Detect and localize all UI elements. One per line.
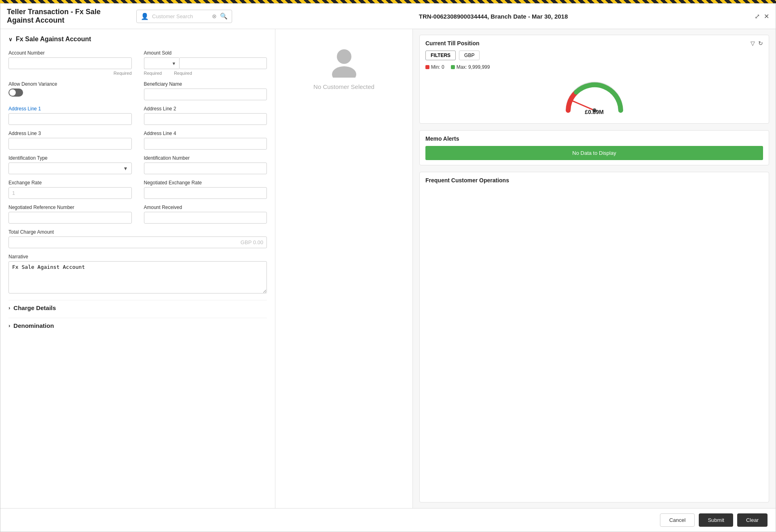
charge-details-section: › Charge Details [8,300,267,311]
till-range: Min: 0 Max: 9,999,999 [425,64,763,70]
body: ∨ Fx Sale Against Account Account Number… [0,29,776,508]
identification-number-input[interactable] [144,163,267,174]
total-charge-amount-field: Total Charge Amount [8,229,267,248]
exchange-rate-input[interactable] [8,187,132,199]
negotiated-reference-number-input[interactable] [8,212,132,224]
account-number-input[interactable] [8,57,132,69]
svg-point-0 [337,49,351,64]
negotiated-reference-number-label: Negotiated Reference Number [8,205,132,210]
memo-no-data-label: No Data to Display [425,146,763,160]
left-panel: ∨ Fx Sale Against Account Account Number… [0,29,275,508]
address-line2-field: Address Line 2 [144,106,267,125]
charge-details-toggle[interactable]: › Charge Details [8,304,267,311]
amount-received-field: Amount Received [144,205,267,224]
beneficiary-name-field: Beneficiary Name [144,81,267,100]
clear-search-icon[interactable]: ⊗ [212,13,217,19]
clear-button[interactable]: Clear [737,513,768,527]
amount-received-label: Amount Received [144,205,267,210]
beneficiary-name-input[interactable] [144,89,267,100]
address-line1-input[interactable] [8,113,132,125]
account-number-field: Account Number Required [8,50,132,76]
frequent-customer-section: Frequent Customer Operations [419,172,769,502]
negotiated-exchange-rate-input[interactable] [144,187,267,199]
denomination-section: › Denomination [8,318,267,329]
submit-button[interactable]: Submit [699,513,733,527]
denomination-toggle[interactable]: › Denomination [8,322,267,329]
footer: Cancel Submit Clear [0,508,776,532]
expand-icon[interactable]: ⤢ [755,13,760,20]
filters-button[interactable]: FILTERS [425,51,456,60]
total-charge-amount-label: Total Charge Amount [8,229,267,235]
no-customer-label: No Customer Selected [313,83,374,90]
search-icon[interactable]: 🔍 [220,13,228,20]
section-title: ∨ Fx Sale Against Account [8,36,267,43]
trn-info: TRN-0062308900034444, Branch Date - Mar … [240,13,746,20]
till-filters: FILTERS GBP [425,51,763,60]
allow-denom-variance-label: Allow Denom Variance [8,81,132,87]
identification-type-select[interactable] [9,163,120,174]
page-title: Teller Transaction - Fx Sale Against Acc… [7,8,128,25]
section-collapse-chevron[interactable]: ∨ [8,36,13,42]
identification-number-field: Identification Number [144,155,267,174]
cancel-button[interactable]: Cancel [660,513,695,527]
right-panel: Current Till Position ▽ ↻ FILTERS GBP Mi… [413,29,776,508]
svg-point-1 [332,66,356,78]
amount-sold-group: ▼ [144,57,267,69]
identification-type-field: Identification Type ▼ [8,155,132,174]
account-number-required: Required [8,71,132,76]
gauge-container: £0.89M [425,74,763,118]
amount-received-input[interactable] [144,212,267,224]
charge-details-label: Charge Details [13,304,56,311]
close-icon[interactable]: ✕ [764,13,769,20]
value-required-note: Required [174,71,192,76]
address-line4-label: Address Line 4 [144,131,267,136]
till-title: Current Till Position [425,40,747,46]
address-line2-input[interactable] [144,113,267,125]
header-actions: ⤢ ✕ [755,13,769,20]
negotiated-exchange-rate-field: Negotiated Exchange Rate [144,180,267,199]
customer-search-input[interactable] [152,13,209,19]
header: Teller Transaction - Fx Sale Against Acc… [0,4,776,29]
exchange-rate-label: Exchange Rate [8,180,132,186]
allow-denom-variance-field: Allow Denom Variance [8,81,132,100]
address-line3-label: Address Line 3 [8,131,132,136]
allow-denom-variance-toggle[interactable] [8,89,23,97]
toggle-wrapper [8,89,132,97]
negotiated-reference-number-field: Negotiated Reference Number [8,205,132,224]
main-window: Teller Transaction - Fx Sale Against Acc… [0,3,776,532]
address-line3-field: Address Line 3 [8,131,132,150]
person-icon: 👤 [141,13,149,20]
address-line1-label: Address Line 1 [8,106,132,112]
exchange-rate-field: Exchange Rate [8,180,132,199]
memo-header: Memo Alerts [425,135,763,142]
address-line2-label: Address Line 2 [144,106,267,112]
amount-sold-notes: Required Required [144,71,267,76]
amount-sold-currency-select[interactable] [148,60,172,66]
min-label: Min: 0 [431,64,444,70]
max-indicator: Max: 9,999,999 [451,64,490,70]
max-dot [451,65,455,69]
identification-type-label: Identification Type [8,155,132,161]
address-line4-input[interactable] [144,138,267,150]
amount-sold-currency-wrapper: ▼ [144,57,180,69]
currency-dropdown-arrow: ▼ [172,61,176,66]
gbp-button[interactable]: GBP [459,51,480,60]
max-label: Max: 9,999,999 [457,64,490,70]
amount-sold-field: Amount Sold ▼ Required Required [144,50,267,76]
filter-icon[interactable]: ▽ [751,40,755,46]
narrative-label: Narrative [8,254,267,260]
till-header: Current Till Position ▽ ↻ [425,40,763,46]
identification-type-wrapper: ▼ [8,163,132,174]
total-charge-amount-input[interactable] [8,236,267,248]
address-line3-input[interactable] [8,138,132,150]
amount-sold-value-input[interactable] [179,57,267,69]
refresh-icon[interactable]: ↻ [758,40,763,46]
address-line1-field: Address Line 1 [8,106,132,125]
charge-details-chevron: › [8,305,10,311]
beneficiary-name-label: Beneficiary Name [144,81,267,87]
id-type-dropdown-arrow: ▼ [120,166,131,171]
currency-required-note: Required [144,71,162,76]
narrative-textarea[interactable] [8,261,267,293]
account-number-label: Account Number [8,50,132,56]
avatar-icon [328,45,360,78]
